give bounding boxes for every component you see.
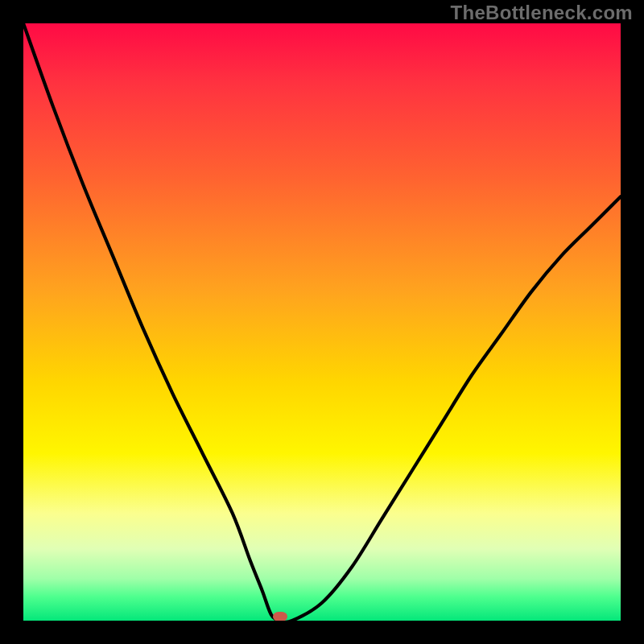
plot-area (23, 23, 621, 621)
watermark-text: TheBottleneck.com (451, 2, 633, 24)
optimal-point-marker (273, 612, 287, 621)
chart-frame: TheBottleneck.com (0, 0, 644, 644)
bottleneck-curve (23, 23, 621, 621)
